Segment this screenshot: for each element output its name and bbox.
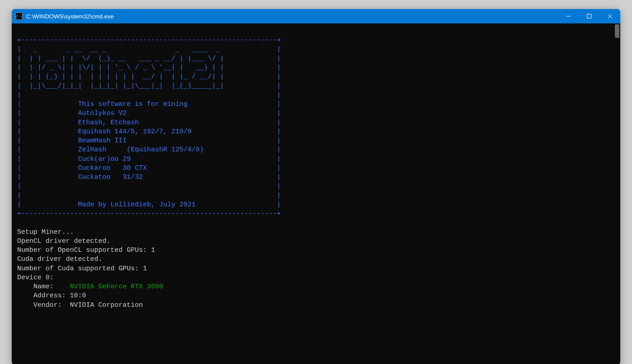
terminal-window: C:\ C:\WINDOWS\system32\cmd.exe +	[12, 9, 620, 364]
ascii-art-line: | _ _ __ __ _ _ ____ _ |	[17, 46, 281, 54]
banner-info: | Cuckatoo 31/32 |	[17, 173, 281, 181]
minimize-button[interactable]	[558, 9, 579, 23]
device-vendor-line: Vendor: NVIDIA Corporation	[17, 301, 143, 309]
banner-empty: | |	[17, 91, 281, 99]
ascii-art-line: | | | (_) | | | | | | | | | __/ | | |_ /…	[17, 73, 281, 81]
maximize-icon	[587, 14, 591, 18]
ascii-art-line: | | |/ _ \| | |\/| | | '_ \ / _ \ '__| |…	[17, 64, 281, 72]
svg-rect-1	[587, 14, 591, 18]
ascii-art-line: | | | ___ | | \/ (_)_ __ ___ _ __/ | |__…	[17, 55, 281, 63]
window-controls	[558, 9, 620, 23]
scrollbar-thumb[interactable]	[615, 24, 619, 38]
cuda-detected-line: Cuda driver detected.	[17, 255, 102, 263]
banner-empty: | |	[17, 192, 281, 200]
banner-info: | Equihash 144/5, 192/7, 210/9 |	[17, 128, 281, 136]
device-address-line: Address: 10:0	[17, 292, 86, 300]
banner-credits: | Made by Lolliedieb, July 2021 |	[17, 201, 281, 209]
cuda-gpus-line: Number of Cuda supported GPUs: 1	[17, 265, 147, 273]
banner-info: | Autolykos V2 |	[17, 109, 281, 117]
banner-info: | Cuck(ar)oo 29 |	[17, 155, 281, 163]
banner-border-top: +---------------------------------------…	[17, 36, 281, 44]
setup-line: Setup Miner...	[17, 228, 74, 236]
terminal-output[interactable]: +---------------------------------------…	[12, 23, 620, 364]
banner-info: | This software is for mining |	[17, 100, 281, 108]
banner-empty: | |	[17, 182, 281, 190]
titlebar[interactable]: C:\ C:\WINDOWS\system32\cmd.exe	[12, 9, 620, 23]
window-title: C:\WINDOWS\system32\cmd.exe	[26, 13, 114, 20]
banner-info: | BeamHash III |	[17, 137, 281, 145]
titlebar-left: C:\ C:\WINDOWS\system32\cmd.exe	[15, 13, 114, 20]
banner-info: | ZelHash (EquihashR 125/4/0) |	[17, 146, 281, 154]
banner-info: | Cuckaroo 30 CTX |	[17, 164, 281, 172]
device-name-label: Name:	[17, 283, 70, 291]
maximize-button[interactable]	[579, 9, 600, 23]
cmd-icon: C:\	[15, 13, 23, 20]
device-header-line: Device 0:	[17, 274, 54, 282]
close-button[interactable]	[600, 9, 620, 23]
close-icon	[608, 14, 612, 18]
scrollbar[interactable]	[613, 23, 620, 364]
device-name-value: NVIDIA GeForce RTX 3090	[70, 283, 163, 291]
minimize-icon	[566, 14, 571, 18]
opencl-detected-line: OpenCL driver detected.	[17, 237, 110, 245]
banner-info: | Ethash, Etchash |	[17, 119, 281, 127]
banner-border-bottom: +---------------------------------------…	[17, 210, 281, 218]
ascii-art-line: | |_|\___/|_|_| |_|_|_| |_|\___|_| |_(_)…	[17, 82, 281, 90]
opencl-gpus-line: Number of OpenCL supported GPUs: 1	[17, 246, 155, 254]
